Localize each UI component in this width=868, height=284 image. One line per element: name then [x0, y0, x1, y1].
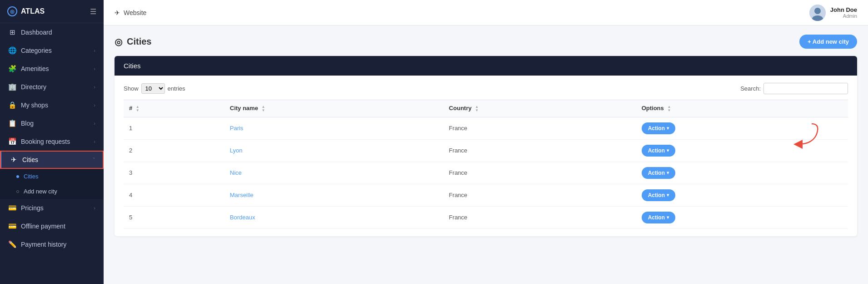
myshops-icon: 🔒: [8, 101, 16, 109]
table-row: 3 Nice France Action ▾: [124, 162, 848, 184]
chevron-right-icon: ›: [94, 66, 95, 71]
sidebar-item-amenities[interactable]: 🧩 Amenities ›: [0, 60, 104, 78]
dropdown-arrow-icon: ▾: [667, 170, 669, 175]
table-body: 1 Paris France Action ▾ 2 Lyon France Ac…: [124, 117, 848, 228]
cell-options: Action ▾: [636, 139, 848, 162]
cell-num: 5: [124, 206, 224, 228]
dashboard-icon: ⊞: [8, 28, 16, 36]
dropdown-arrow-icon: ▾: [667, 215, 669, 220]
action-button[interactable]: Action ▾: [642, 145, 675, 157]
logo-icon: ◎: [7, 6, 17, 16]
search-label: Search:: [740, 85, 761, 92]
dropdown-arrow-icon: ▾: [667, 193, 669, 198]
sidebar-item-label: Payment history: [21, 241, 66, 248]
sidebar-item-label: Categories: [21, 47, 52, 54]
user-info: John Doe Admin: [830, 6, 857, 19]
sidebar-item-label: My shops: [21, 101, 48, 109]
cell-city[interactable]: Lyon: [224, 139, 444, 162]
dropdown-arrow-icon: ▾: [667, 148, 669, 153]
col-num: # ▲▼: [124, 100, 224, 117]
sidebar-toggle-button[interactable]: ☰: [90, 7, 96, 16]
cell-city[interactable]: Paris: [224, 117, 444, 139]
cities-icon: ✈: [10, 156, 18, 164]
cell-num: 1: [124, 117, 224, 139]
blog-icon: 📋: [8, 119, 16, 127]
sidebar-subitem-cities[interactable]: Cities: [0, 169, 104, 184]
avatar: [809, 5, 826, 21]
sidebar-item-label: Amenities: [21, 65, 49, 72]
sidebar-item-pricings[interactable]: 💳 Pricings ›: [0, 199, 104, 217]
sidebar-item-myshops[interactable]: 🔒 My shops ›: [0, 96, 104, 114]
amenities-icon: 🧩: [8, 65, 16, 73]
table-controls: Show 10 25 50 100 entries Search:: [124, 83, 848, 94]
col-city: City name ▲▼: [224, 100, 444, 117]
sidebar-header: ◎ ATLAS ☰: [0, 0, 104, 23]
topbar-left: ✈ Website: [115, 9, 146, 16]
svg-point-1: [814, 8, 821, 14]
categories-icon: 🌐: [8, 46, 16, 55]
chevron-down-icon: ˅: [93, 157, 95, 163]
sidebar-item-cities[interactable]: ✈ Cities ˅: [0, 151, 104, 169]
cell-options: Action ▾: [636, 117, 848, 139]
sidebar-item-directory[interactable]: 🏢 Directory ›: [0, 78, 104, 96]
cell-country: France: [444, 206, 636, 228]
sidebar-item-dashboard[interactable]: ⊞ Dashboard: [0, 23, 104, 41]
cell-num: 4: [124, 184, 224, 206]
booking-icon: 📅: [8, 137, 16, 146]
table-header-row: # ▲▼ City name ▲▼ Country ▲▼ Options ▲▼: [124, 100, 848, 117]
cell-options: Action ▾: [636, 162, 848, 184]
table-row: 2 Lyon France Action ▾: [124, 139, 848, 162]
action-button[interactable]: Action ▾: [642, 189, 675, 201]
entries-select[interactable]: 10 25 50 100: [141, 83, 165, 94]
sidebar-item-label: Blog: [21, 120, 34, 127]
app-logo: ◎ ATLAS: [7, 6, 45, 16]
sort-icon: ▲▼: [667, 105, 671, 112]
pricings-icon: 💳: [8, 204, 16, 212]
sidebar-item-payment[interactable]: ✏️ Payment history: [0, 235, 104, 254]
sidebar-item-categories[interactable]: 🌐 Categories ›: [0, 41, 104, 60]
active-dot-icon: [16, 175, 19, 178]
subitem-label: Add new city: [24, 188, 57, 195]
topbar-right: John Doe Admin: [809, 5, 857, 21]
website-link[interactable]: Website: [124, 9, 146, 16]
user-role: Admin: [830, 13, 857, 19]
page-title-icon: ◎: [115, 36, 122, 47]
action-button[interactable]: Action ▾: [642, 212, 675, 223]
entries-label: entries: [168, 85, 185, 92]
cell-options: Action ▾: [636, 184, 848, 206]
cell-country: France: [444, 139, 636, 162]
sidebar-subitem-add-city[interactable]: Add new city: [0, 184, 104, 199]
sidebar-item-label: Booking requests: [21, 138, 70, 145]
table-row: 4 Marseille France Action ▾: [124, 184, 848, 206]
sidebar-item-label: Pricings: [21, 204, 44, 212]
sidebar-item-offline[interactable]: 💳 Offline payment: [0, 217, 104, 235]
user-name: John Doe: [830, 6, 857, 13]
sidebar-item-label: Dashboard: [21, 29, 52, 36]
subitem-label: Cities: [24, 173, 39, 180]
chevron-right-icon: ›: [94, 84, 95, 90]
action-button[interactable]: Action ▾: [642, 167, 675, 179]
cell-country: France: [444, 162, 636, 184]
sidebar-item-booking[interactable]: 📅 Booking requests ›: [0, 132, 104, 151]
cities-submenu: Cities Add new city: [0, 169, 104, 199]
cell-options: Action ▾: [636, 206, 848, 228]
add-new-city-button[interactable]: + Add new city: [799, 35, 857, 49]
sidebar: ◎ ATLAS ☰ ⊞ Dashboard 🌐 Categories › 🧩 A…: [0, 0, 104, 284]
chevron-right-icon: ›: [94, 205, 95, 211]
cell-city[interactable]: Marseille: [224, 184, 444, 206]
table-wrapper: # ▲▼ City name ▲▼ Country ▲▼ Options ▲▼: [124, 100, 848, 229]
action-button[interactable]: Action ▾: [642, 122, 675, 134]
search-input[interactable]: [763, 83, 848, 94]
cell-city[interactable]: Bordeaux: [224, 206, 444, 228]
send-icon: ✈: [115, 9, 120, 16]
sidebar-item-blog[interactable]: 📋 Blog ›: [0, 114, 104, 132]
col-options: Options ▲▼: [636, 100, 848, 117]
card-header: Cities: [115, 56, 857, 76]
table-row: 5 Bordeaux France Action ▾: [124, 206, 848, 228]
page-title: ◎ Cities: [115, 36, 151, 47]
cell-city[interactable]: Nice: [224, 162, 444, 184]
col-country: Country ▲▼: [444, 100, 636, 117]
show-label: Show: [124, 85, 139, 92]
search-box: Search:: [740, 83, 848, 94]
main-area: ✈ Website John Doe Admin ◎ Cities + Add …: [104, 0, 868, 284]
